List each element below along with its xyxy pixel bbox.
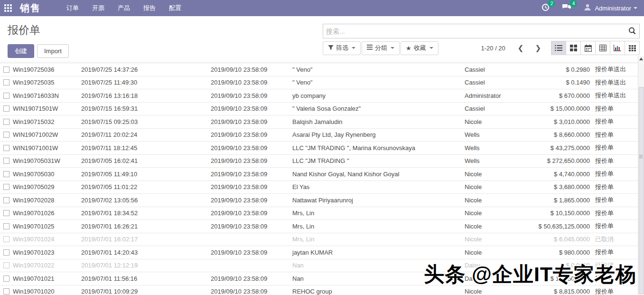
row-checkbox[interactable] — [3, 132, 9, 138]
activities-button[interactable]: 2 — [541, 3, 550, 13]
pivot-view-button[interactable] — [595, 41, 610, 55]
customer-name: Nan — [292, 262, 465, 269]
row-checkbox[interactable] — [3, 105, 9, 112]
order-total: $ 1,865.0000 — [531, 197, 590, 204]
salesperson: Daisy — [465, 275, 531, 282]
table-row[interactable]: Win1907010252019/07/01 16:26:212019/09/1… — [0, 220, 638, 233]
row-checkbox[interactable] — [3, 262, 9, 268]
scrollbar-up-arrow-icon[interactable] — [639, 57, 643, 60]
menu-settings[interactable]: 配置 — [162, 0, 188, 16]
pager-next-button[interactable]: ❯ — [529, 44, 547, 52]
table-row[interactable]: Win1907010222019/07/01 12:12:19NanDaisy$… — [0, 259, 638, 273]
confirmation-date: 2019/09/10 23:58:09 — [211, 79, 292, 86]
row-checkbox[interactable] — [3, 67, 9, 73]
order-reference: Win190701025 — [13, 223, 81, 230]
row-checkbox[interactable] — [3, 171, 9, 177]
row-checkbox-cell — [0, 184, 13, 190]
table-row[interactable]: Win190716033N2019/07/16 13:16:182019/09/… — [0, 89, 638, 103]
menu-invoicing[interactable]: 开票 — [85, 0, 111, 16]
search-input[interactable] — [326, 24, 620, 38]
table-row[interactable]: Win1907250352019/07/25 11:49:302019/09/1… — [0, 76, 638, 90]
import-button[interactable]: Import — [37, 44, 69, 58]
scrollbar-grip-icon — [639, 155, 643, 159]
user-menu[interactable]: Administrator — [584, 3, 637, 13]
kanban-view-button[interactable] — [566, 41, 581, 55]
row-checkbox[interactable] — [3, 276, 9, 282]
filters-dropdown[interactable]: 筛选 — [323, 41, 361, 55]
table-row[interactable]: WIN19071002W2019/07/11 20:02:242019/09/1… — [0, 129, 638, 142]
table-row[interactable]: Win190705031W2019/07/05 16:02:412019/09/… — [0, 155, 638, 168]
apps-menu-icon[interactable] — [0, 0, 16, 16]
row-checkbox[interactable] — [3, 158, 9, 164]
confirmation-date: 2019/09/10 23:58:09 — [211, 275, 292, 282]
order-reference: Win190701021 — [13, 275, 81, 282]
customer-name: REHOC group — [292, 288, 465, 295]
confirmation-date: 2019/09/10 23:58:09 — [211, 249, 292, 256]
table-row[interactable]: Win1907050302019/07/05 11:49:102019/09/1… — [0, 168, 638, 181]
order-status: 报价单 — [590, 143, 638, 152]
groupby-dropdown[interactable]: 分组 — [362, 41, 400, 55]
menu-reports[interactable]: 报告 — [137, 0, 162, 16]
order-total: $ 0.2980 — [531, 66, 590, 73]
row-checkbox[interactable] — [3, 184, 9, 190]
row-checkbox[interactable] — [3, 236, 9, 242]
search-options: 筛选 分组 ★ 收藏 — [323, 41, 439, 55]
search-icon[interactable] — [628, 27, 636, 37]
order-total: $ 15,000.0000 — [531, 105, 590, 112]
table-row[interactable]: Win1907010232019/07/01 14:20:432019/09/1… — [0, 246, 638, 259]
order-status: 报价单 — [590, 183, 638, 191]
table-row[interactable]: Win1907010242019/07/01 16:02:17Mrs, LinN… — [0, 233, 638, 247]
table-row[interactable]: Win1907020282019/07/02 13:05:562019/09/1… — [0, 194, 638, 207]
order-status: 报价单 — [590, 170, 638, 178]
calendar-view-button[interactable] — [580, 41, 596, 55]
creation-date: 2019/07/01 16:26:21 — [81, 223, 211, 230]
row-checkbox[interactable] — [3, 145, 9, 151]
table-row[interactable]: WIN19071501W2019/07/15 16:59:312019/09/1… — [0, 103, 638, 116]
salesperson: Nicole — [465, 209, 531, 217]
menu-orders[interactable]: 订单 — [60, 0, 85, 16]
table-row[interactable]: Win1907250362019/07/25 14:37:262019/09/1… — [0, 63, 638, 76]
creation-date: 2019/07/05 11:01:22 — [81, 183, 211, 190]
order-reference: Win190705031W — [13, 157, 81, 164]
salesperson: Nicole — [465, 288, 531, 295]
table-row[interactable]: Win1907050292019/07/05 11:01:222019/09/1… — [0, 181, 638, 194]
create-button[interactable]: 创建 — [8, 44, 34, 58]
row-checkbox[interactable] — [3, 93, 9, 99]
messages-button[interactable]: 4 — [562, 3, 571, 13]
table-row[interactable]: Win1907010202019/07/01 10:09:292019/09/1… — [0, 285, 638, 295]
customer-name: " Valeria Sosa Gonzalez" — [292, 105, 465, 112]
row-checkbox[interactable] — [3, 249, 9, 256]
row-checkbox[interactable] — [3, 288, 9, 295]
list-view-button[interactable] — [551, 41, 566, 55]
app-title[interactable]: 销售 — [20, 2, 41, 15]
table-row[interactable]: Win1907150322019/07/15 09:25:032019/09/1… — [0, 115, 638, 129]
order-reference: Win190716033N — [13, 92, 81, 99]
pager-previous-button[interactable]: ❮ — [512, 44, 530, 52]
row-checkbox[interactable] — [3, 197, 9, 203]
row-checkbox[interactable] — [3, 79, 9, 86]
row-checkbox[interactable] — [3, 210, 9, 216]
activity-view-button[interactable] — [625, 41, 640, 55]
menu-products[interactable]: 产品 — [111, 0, 137, 16]
pager-range: 1-20 / 20 — [481, 45, 505, 52]
row-checkbox[interactable] — [3, 223, 9, 229]
row-checkbox-cell — [0, 105, 13, 112]
table-row[interactable]: WIN19071001W2019/07/11 18:12:452019/09/1… — [0, 142, 638, 155]
order-status: 报价单 — [590, 222, 638, 230]
order-reference: Win190701020 — [13, 288, 81, 295]
table-row[interactable]: Win1907010262019/07/01 18:34:522019/09/1… — [0, 207, 638, 220]
favorites-label: 收藏 — [414, 44, 426, 52]
creation-date: 2019/07/02 13:05:56 — [81, 197, 211, 204]
order-total: $ 272,650.0000 — [531, 157, 590, 164]
quotations-table: Win1907250362019/07/25 14:37:262019/09/1… — [0, 60, 638, 295]
scrollbar-thumb[interactable] — [639, 87, 644, 294]
row-checkbox-cell — [0, 132, 13, 138]
favorites-dropdown[interactable]: ★ 收藏 — [401, 41, 439, 55]
creation-date: 2019/07/05 16:02:41 — [81, 157, 211, 164]
vertical-scrollbar[interactable] — [638, 56, 644, 295]
row-checkbox[interactable] — [3, 119, 9, 125]
order-status: 报价单 — [590, 117, 638, 126]
table-row[interactable]: Win1907010212019/07/01 11:56:162019/09/1… — [0, 272, 638, 285]
creation-date: 2019/07/01 16:02:17 — [81, 236, 211, 243]
graph-view-button[interactable] — [610, 41, 625, 55]
